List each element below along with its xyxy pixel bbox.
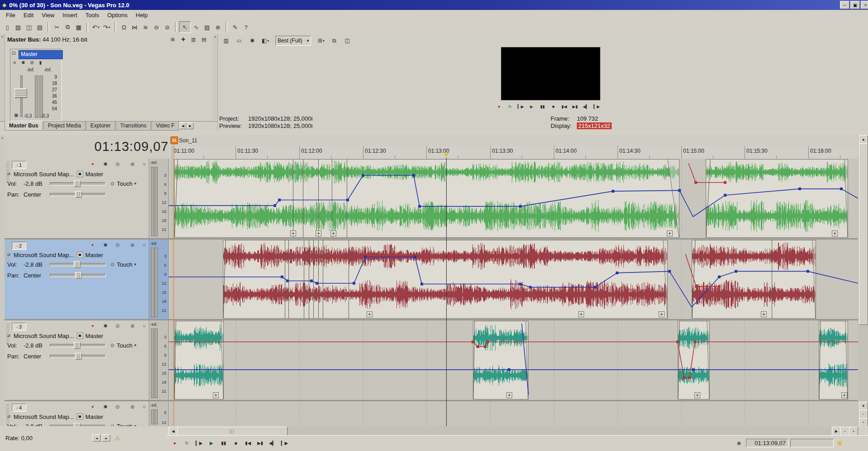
transport-pause-button[interactable]: ▮▮ [218,438,229,448]
track-3-waveform[interactable] [169,320,858,400]
track-4-volume-slider[interactable] [50,425,106,427]
preview-play-button[interactable]: ▶ [527,103,537,111]
zoom-in-track-button[interactable]: + [859,418,868,427]
pan-value[interactable]: Center [24,191,50,198]
track-4-mute-button[interactable]: ⊘ [128,403,137,410]
automation-mode-label[interactable]: Touch [117,342,132,349]
copy-snapshot-button[interactable]: ⧉ [328,36,340,45]
pan-slider-thumb[interactable] [75,272,82,279]
external-monitor-button[interactable]: ▭ [233,36,245,45]
mixer-view-button[interactable]: ▥ [189,35,198,43]
menu-insert[interactable]: Insert [58,10,81,20]
track-4-solo-button[interactable]: ○ [140,403,148,410]
bus-assignment-icon[interactable]: ▣ [77,252,83,258]
enable-snapping-button[interactable]: Ω [118,22,129,33]
copy-button[interactable]: ⧉ [62,22,73,33]
track-2-track-fx-button[interactable]: ✱ [101,241,109,249]
project-video-properties-button[interactable]: ▥ [220,36,232,45]
volume-value[interactable]: -2,8 dB [24,261,50,268]
track-4-record-arm-button[interactable]: ● [89,403,97,410]
track-bus-name[interactable]: Master [85,171,104,178]
chevron-down-icon[interactable]: ▾ [134,181,137,186]
rate-spin-down[interactable]: ◂◂ [92,434,101,442]
chevron-down-icon[interactable]: ▾ [134,262,137,267]
timeline-ruler[interactable]: 01:11:0001:11:3001:12:0001:12:3001:13:00… [169,146,858,159]
track-3-record-arm-button[interactable]: ● [89,322,97,329]
track-number-box-2[interactable]: ♪2 [12,242,26,250]
tab-scroll-right-button[interactable]: ▶ [187,122,193,129]
track-device-name[interactable]: Microsoft Sound Map... [14,252,74,258]
playhead-cursor-head[interactable] [444,153,448,157]
whats-this-help-button[interactable]: ? [241,22,251,33]
track-2-record-arm-button[interactable]: ● [89,241,97,249]
track-number-box-1[interactable]: ♪1 [12,161,26,169]
auto-crossfades-button[interactable]: ⋈ [129,22,140,33]
timecode-display[interactable]: 01:13:09,07 [5,135,178,159]
timeline-vscrollbar[interactable]: ▲ ▼ − + [858,135,868,426]
track-device-name[interactable]: Microsoft Sound Map... [14,413,74,420]
hscroll-thumb[interactable] [177,427,288,436]
track-1-lane[interactable] [169,159,858,240]
selection-length-box[interactable] [790,439,834,447]
track-device-name[interactable]: Microsoft Sound Map... [14,333,74,339]
track-2-solo-button[interactable]: ○ [140,241,148,249]
master-automation-button[interactable]: ≡ [11,59,18,66]
preview-next-frame-button[interactable]: ▎▶ [592,103,602,111]
chevron-down-icon[interactable]: ▾ [307,38,309,43]
dropdown-icon[interactable]: ▾ [267,39,269,43]
track-3-volume-slider[interactable] [50,344,106,347]
automation-mode-label[interactable]: Touch [117,423,132,427]
mixer-properties-button[interactable]: ▤ [199,35,208,43]
track-bus-name[interactable]: Master [85,333,104,339]
auto-ripple-button[interactable]: ≋ [140,22,151,33]
transport-record-button[interactable]: ● [169,438,180,448]
volume-value[interactable]: -2,8 dB [24,342,50,349]
bus-assignment-icon[interactable]: ▣ [77,171,83,177]
track-3-solo-button[interactable]: ○ [140,322,148,329]
automation-mode-label[interactable]: Touch [117,180,132,187]
track-2-pan-slider[interactable] [50,274,106,277]
track-3-mute-button[interactable]: ⊘ [128,322,137,329]
automation-settings-icon[interactable]: ⊙ [110,262,114,268]
dropdown-icon[interactable]: ▾ [98,25,99,29]
preview-record-button[interactable]: ● [494,103,504,111]
menu-edit[interactable]: Edit [19,10,38,20]
close-button[interactable]: × [861,1,868,9]
mixer-panel-grip[interactable]: × [0,34,5,121]
transport-stop-button[interactable]: ■ [230,438,241,448]
track-device-name[interactable]: Microsoft Sound Map... [14,171,74,178]
track-3-pan-slider[interactable] [50,355,106,358]
track-4-lane[interactable] [169,401,858,426]
minimize-button[interactable]: ─ [840,1,849,9]
selection-edit-tool-button[interactable]: ▧ [202,22,212,33]
menu-file[interactable]: File [2,10,19,20]
tab-video-f[interactable]: Video F [151,122,179,131]
automation-mode-label[interactable]: Touch [117,261,132,268]
vscroll-thumb[interactable] [859,143,868,325]
restore-button[interactable]: ▣ [850,1,860,9]
pan-value[interactable]: Center [24,272,50,279]
cut-button[interactable]: ✂ [52,22,62,33]
transport-go-to-end-button[interactable]: ▶▮ [255,438,266,448]
volume-slider-thumb[interactable] [74,342,80,349]
preview-go-to-end-button[interactable]: ▶▮ [570,103,580,111]
scroll-down-button[interactable]: ▼ [859,402,868,410]
transport-play-button[interactable]: ▶ [206,438,217,448]
master-mute-button[interactable]: ⊘ [28,59,35,66]
preview-quality-select[interactable]: Best (Full)▾ [275,36,311,46]
menu-view[interactable]: View [38,10,58,20]
chevron-down-icon[interactable]: ▾ [134,424,137,426]
volume-slider-thumb[interactable] [74,261,80,268]
track-number-box-4[interactable]: ♪4 [12,404,26,412]
tab-master-bus[interactable]: Master Bus [5,121,43,131]
track-4-track-fx-button[interactable]: ✱ [101,403,109,410]
split-screen-view-button[interactable]: ◧▾ [259,36,271,45]
track-4-waveform[interactable] [169,401,858,426]
track-1-automation-mode-button[interactable]: ⊙ [113,160,122,168]
menu-options[interactable]: Options [103,10,132,20]
automation-settings-icon[interactable]: ⊙ [110,181,114,187]
timeline-hscrollbar[interactable]: ◀ ▶ − + [169,426,858,435]
transport-prev-frame-button[interactable]: ◀▎ [267,438,278,448]
track-3-automation-mode-button[interactable]: ⊙ [113,322,122,329]
track-bus-name[interactable]: Master [85,413,104,420]
